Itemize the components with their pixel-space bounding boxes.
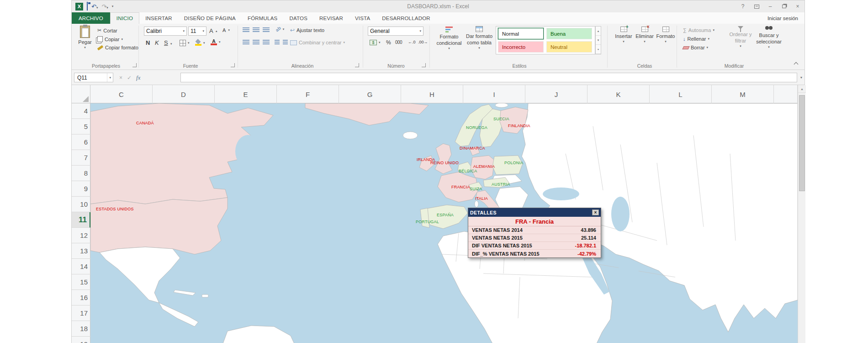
ribbon-display-options-button[interactable] <box>750 0 763 12</box>
increase-indent-button[interactable] <box>283 40 288 45</box>
tab-desarrollador[interactable]: DESARROLLADOR <box>376 12 436 24</box>
font-family-combobox[interactable]: Calibri ▾ <box>144 27 187 36</box>
scroll-up-button[interactable]: ▲ <box>798 85 806 93</box>
style-buena[interactable]: Buena <box>546 28 592 39</box>
paste-button[interactable]: Pegar ▾ <box>75 26 95 50</box>
help-button[interactable]: ? <box>736 0 750 12</box>
excel-app-icon[interactable]: X <box>75 3 83 11</box>
sort-filter-button[interactable]: Ordenar y filtrar ▾ <box>728 26 753 48</box>
tab-diseno-de-pagina[interactable]: DISEÑO DE PÁGINA <box>178 12 242 24</box>
comma-style-button[interactable]: 000 <box>395 40 402 45</box>
clear-button[interactable]: Borrar ▾ <box>683 45 708 50</box>
format-painter-button[interactable]: Copiar formato <box>97 45 138 50</box>
map-dashboard[interactable]: CANADÁ ESTADOS UNIDOS SUECIA FINLANDIA N… <box>90 103 798 343</box>
insert-cells-button[interactable]: Insertar ▾ <box>614 27 634 44</box>
column-header-F[interactable]: F <box>277 85 339 103</box>
copy-button[interactable]: Copiar ▾ <box>97 36 123 42</box>
clipboard-dialog-launcher[interactable] <box>132 63 137 67</box>
confirm-entry-button[interactable]: ✓ <box>127 75 132 81</box>
formula-input[interactable] <box>180 73 797 82</box>
row-header-17[interactable]: 17 <box>72 305 90 321</box>
find-select-button[interactable]: Buscar y seleccionar ▾ <box>755 26 783 49</box>
increase-decimal-button[interactable]: ←.0 <box>408 40 416 44</box>
fill-color-button[interactable]: ▾ <box>195 40 205 46</box>
name-box[interactable]: Q11 ▾ <box>74 73 113 82</box>
conditional-formatting-button[interactable]: Formato condicional ▾ <box>434 26 464 50</box>
save-button[interactable] <box>87 2 88 11</box>
align-middle-button[interactable] <box>253 27 259 32</box>
align-right-button[interactable] <box>263 40 270 45</box>
align-top-button[interactable] <box>243 27 249 32</box>
align-center-button[interactable] <box>253 40 259 45</box>
font-dialog-launcher[interactable] <box>231 63 235 67</box>
row-header-5[interactable]: 5 <box>72 119 90 134</box>
row-header-7[interactable]: 7 <box>72 150 90 166</box>
scrollbar-thumb[interactable] <box>799 95 805 191</box>
restore-button[interactable] <box>777 0 791 12</box>
row-header-8[interactable]: 8 <box>72 166 90 181</box>
row-header-12[interactable]: 12 <box>72 228 90 243</box>
orientation-button[interactable]: ab▾ <box>275 27 284 32</box>
popup-title-bar[interactable]: DETALLES × <box>468 208 601 217</box>
tab-vista[interactable]: VISTA <box>349 12 376 24</box>
country-polonia[interactable] <box>492 155 523 175</box>
row-header-6[interactable]: 6 <box>72 134 90 150</box>
align-bottom-button[interactable] <box>263 27 270 32</box>
tab-inicio[interactable]: INICIO <box>110 12 139 24</box>
grow-font-button[interactable]: A▲ <box>209 27 218 34</box>
gallery-more-button[interactable]: ▾ <box>596 45 601 54</box>
insert-function-button[interactable]: fx <box>136 74 140 81</box>
gallery-up-button[interactable]: ▲ <box>596 27 601 36</box>
column-header-I[interactable]: I <box>463 85 525 103</box>
row-header-18[interactable]: 18 <box>72 321 90 337</box>
underline-button[interactable]: S <box>164 39 168 46</box>
delete-cells-button[interactable]: Eliminar ▾ <box>635 27 655 44</box>
undo-button[interactable]: ↶▾ <box>91 2 98 11</box>
row-header-14[interactable]: 14 <box>72 259 90 274</box>
accounting-format-button[interactable]: $▾ <box>370 40 381 45</box>
vertical-scrollbar[interactable]: ▲ <box>798 85 805 343</box>
tab-archivo[interactable]: ARCHIVO <box>72 12 110 24</box>
column-header-J[interactable]: J <box>525 85 587 103</box>
formula-bar-expand-button[interactable]: ▼ <box>798 73 804 82</box>
alignment-dialog-launcher[interactable] <box>355 63 359 67</box>
tab-formulas[interactable]: FÓRMULAS <box>242 12 284 24</box>
row-header-11-selected[interactable]: 11 <box>72 212 90 228</box>
align-left-button[interactable] <box>243 40 249 45</box>
decrease-decimal-button[interactable]: .00→ <box>418 40 428 44</box>
collapse-ribbon-button[interactable] <box>794 62 799 67</box>
wrap-text-button[interactable]: ↩ Ajustar texto <box>290 27 324 33</box>
percent-style-button[interactable]: % <box>386 39 391 46</box>
style-neutral[interactable]: Neutral <box>546 41 592 53</box>
select-all-corner[interactable] <box>72 85 90 103</box>
column-header-H[interactable]: H <box>401 85 463 103</box>
style-normal[interactable]: Normal <box>498 28 544 39</box>
row-header-13[interactable]: 13 <box>72 243 90 259</box>
tab-insertar[interactable]: INSERTAR <box>139 12 178 24</box>
country-estados-unidos[interactable] <box>90 198 228 254</box>
column-header-E[interactable]: E <box>215 85 277 103</box>
number-format-combobox[interactable]: General ▾ <box>368 27 423 36</box>
cut-button[interactable]: ✂ Cortar <box>97 27 117 33</box>
column-header-K[interactable]: K <box>587 85 650 103</box>
row-header-10[interactable]: 10 <box>72 197 90 212</box>
redo-button[interactable]: ↷▾ <box>101 2 108 11</box>
bold-button[interactable]: N <box>146 39 150 46</box>
cancel-entry-button[interactable]: × <box>119 75 122 81</box>
qat-customize-button[interactable]: ▾ <box>112 5 114 8</box>
row-header-19[interactable]: 19 <box>72 337 90 343</box>
sign-in-link[interactable]: Iniciar sesión <box>767 12 804 24</box>
merge-center-button[interactable]: Combinar y centrar ▾ <box>290 40 345 45</box>
column-header-L[interactable]: L <box>650 85 712 103</box>
borders-button[interactable]: ▾ <box>180 40 190 46</box>
style-incorrecto[interactable]: Incorrecto <box>498 41 544 53</box>
close-button[interactable]: × <box>791 0 804 12</box>
row-header-15[interactable]: 15 <box>72 274 90 290</box>
column-header-C[interactable]: C <box>90 85 153 103</box>
row-header-9[interactable]: 9 <box>72 181 90 197</box>
font-size-combobox[interactable]: 11 ▾ <box>188 27 206 36</box>
popup-close-button[interactable]: × <box>592 209 599 215</box>
format-cells-button[interactable]: Formato ▾ <box>656 27 676 44</box>
tab-datos[interactable]: DATOS <box>283 12 313 24</box>
minimize-button[interactable]: – <box>763 0 777 12</box>
